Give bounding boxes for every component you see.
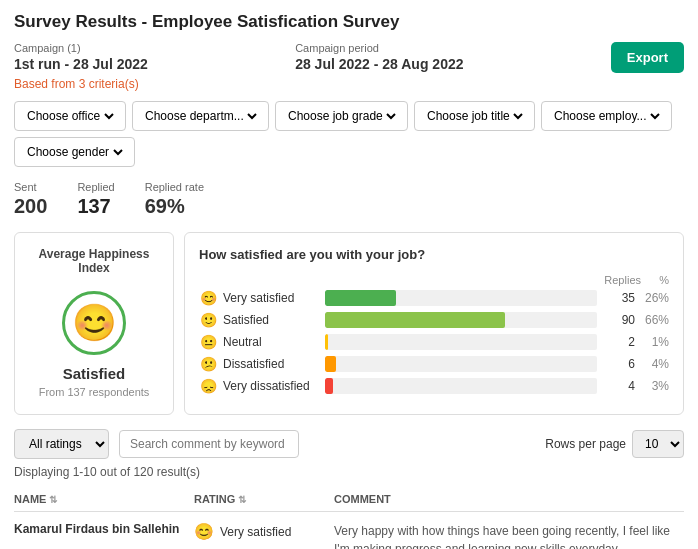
criteria-text: Based from 3 criteria(s) xyxy=(14,77,684,91)
rating-label: Very satisfied xyxy=(220,525,291,539)
col-pct-header: % xyxy=(641,274,669,286)
chart-panel: How satisfied are you with your job? Rep… xyxy=(184,232,684,415)
job-title-select[interactable]: Choose job title xyxy=(423,108,526,124)
gender-select[interactable]: Choose gender xyxy=(23,144,126,160)
col-rating-header: RATING ⇅ xyxy=(194,493,334,505)
main-content: Average Happiness Index 😊 Satisfied From… xyxy=(14,232,684,415)
ratings-filter[interactable]: All ratings xyxy=(14,429,109,459)
chart-bar-container xyxy=(325,290,597,306)
office-select[interactable]: Choose office xyxy=(23,108,117,124)
page-title: Survey Results - Employee Satisfication … xyxy=(14,12,684,32)
period-label: Campaign period xyxy=(295,42,463,54)
chart-row-label: Very dissatisfied xyxy=(223,379,319,393)
department-select[interactable]: Choose departm... xyxy=(141,108,260,124)
chart-row: 🙂 Satisfied 90 66% xyxy=(199,312,669,328)
chart-pct: 26% xyxy=(641,291,669,305)
display-count: Displaying 1-10 out of 120 result(s) xyxy=(14,465,684,479)
replied-value: 137 xyxy=(77,195,114,218)
chart-header: Replies % xyxy=(199,274,669,286)
chart-row-label: Neutral xyxy=(223,335,319,349)
replied-label: Replied xyxy=(77,181,114,193)
chart-replies: 6 xyxy=(603,357,635,371)
filter-row: Choose office Choose departm... Choose j… xyxy=(14,101,684,167)
chart-bar xyxy=(325,378,333,394)
chart-row-icon: 😊 xyxy=(199,290,217,306)
chart-row: 😕 Dissatisfied 6 4% xyxy=(199,356,669,372)
job-title-filter[interactable]: Choose job title xyxy=(414,101,535,131)
campaign-value: 1st run - 28 Jul 2022 xyxy=(14,56,148,72)
chart-row-label: Very satisfied xyxy=(223,291,319,305)
chart-pct: 66% xyxy=(641,313,669,327)
rows-per-page-select[interactable]: 10 xyxy=(632,430,684,458)
happiness-label: Satisfied xyxy=(29,365,159,382)
replied-rate-value: 69% xyxy=(145,195,204,218)
chart-row: 😞 Very dissatisfied 4 3% xyxy=(199,378,669,394)
employee-select[interactable]: Choose employ... xyxy=(550,108,663,124)
sent-label: Sent xyxy=(14,181,47,193)
chart-bar-container xyxy=(325,334,597,350)
stats-row: Sent 200 Replied 137 Replied rate 69% xyxy=(14,181,684,218)
bottom-filter-row: All ratings Rows per page 10 xyxy=(14,429,684,459)
chart-row-icon: 😞 xyxy=(199,378,217,394)
chart-replies: 35 xyxy=(603,291,635,305)
chart-bar xyxy=(325,290,396,306)
chart-row: 😊 Very satisfied 35 26% xyxy=(199,290,669,306)
chart-bar xyxy=(325,312,505,328)
col-name-header: NAME ⇅ xyxy=(14,493,194,505)
replied-stat: Replied 137 xyxy=(77,181,114,218)
smiley-icon: 😊 xyxy=(62,291,126,355)
chart-pct: 3% xyxy=(641,379,669,393)
table-header: NAME ⇅ RATING ⇅ COMMENT xyxy=(14,487,684,512)
gender-filter[interactable]: Choose gender xyxy=(14,137,135,167)
chart-pct: 1% xyxy=(641,335,669,349)
campaign-label: Campaign (1) xyxy=(14,42,148,54)
chart-replies: 2 xyxy=(603,335,635,349)
office-filter[interactable]: Choose office xyxy=(14,101,126,131)
department-filter[interactable]: Choose departm... xyxy=(132,101,269,131)
chart-row-label: Dissatisfied xyxy=(223,357,319,371)
chart-row-label: Satisfied xyxy=(223,313,319,327)
period-value: 28 Jul 2022 - 28 Aug 2022 xyxy=(295,56,463,72)
chart-title: How satisfied are you with your job? xyxy=(199,247,669,262)
campaign-info: Campaign (1) 1st run - 28 Jul 2022 xyxy=(14,42,148,72)
job-grade-select[interactable]: Choose job grade xyxy=(284,108,399,124)
sent-stat: Sent 200 xyxy=(14,181,47,218)
job-grade-filter[interactable]: Choose job grade xyxy=(275,101,408,131)
table-row: Kamarul Firdaus bin Sallehin 😊 Very sati… xyxy=(14,512,684,549)
chart-row-icon: 🙂 xyxy=(199,312,217,328)
chart-replies: 4 xyxy=(603,379,635,393)
rows-per-page: Rows per page 10 xyxy=(545,430,684,458)
employee-filter[interactable]: Choose employ... xyxy=(541,101,672,131)
table-rows: Kamarul Firdaus bin Sallehin 😊 Very sati… xyxy=(14,512,684,549)
chart-row-icon: 😐 xyxy=(199,334,217,350)
smiley-container: 😊 xyxy=(29,291,159,355)
happiness-panel: Average Happiness Index 😊 Satisfied From… xyxy=(14,232,174,415)
col-comment-header: COMMENT xyxy=(334,493,684,505)
chart-bar-container xyxy=(325,312,597,328)
cell-comment: Very happy with how things have been goi… xyxy=(334,522,684,549)
happiness-sub: From 137 respondents xyxy=(29,386,159,398)
replied-rate-stat: Replied rate 69% xyxy=(145,181,204,218)
sort-icon-name[interactable]: ⇅ xyxy=(49,494,57,505)
chart-bar-container xyxy=(325,378,597,394)
cell-name: Kamarul Firdaus bin Sallehin xyxy=(14,522,194,536)
happiness-title: Average Happiness Index xyxy=(29,247,159,275)
chart-row: 😐 Neutral 2 1% xyxy=(199,334,669,350)
rating-icon: 😊 xyxy=(194,522,214,541)
sent-value: 200 xyxy=(14,195,47,218)
chart-rows: 😊 Very satisfied 35 26% 🙂 Satisfied 90 6… xyxy=(199,290,669,394)
chart-row-icon: 😕 xyxy=(199,356,217,372)
chart-bar xyxy=(325,334,328,350)
export-button[interactable]: Export xyxy=(611,42,684,73)
rows-per-page-label: Rows per page xyxy=(545,437,626,451)
chart-bar-container xyxy=(325,356,597,372)
chart-pct: 4% xyxy=(641,357,669,371)
col-replies-header: Replies xyxy=(593,274,641,286)
chart-replies: 90 xyxy=(603,313,635,327)
search-input[interactable] xyxy=(119,430,299,458)
replied-rate-label: Replied rate xyxy=(145,181,204,193)
campaign-period: Campaign period 28 Jul 2022 - 28 Aug 202… xyxy=(295,42,463,72)
chart-bar xyxy=(325,356,336,372)
sort-icon-rating[interactable]: ⇅ xyxy=(238,494,246,505)
cell-rating: 😊 Very satisfied xyxy=(194,522,334,541)
